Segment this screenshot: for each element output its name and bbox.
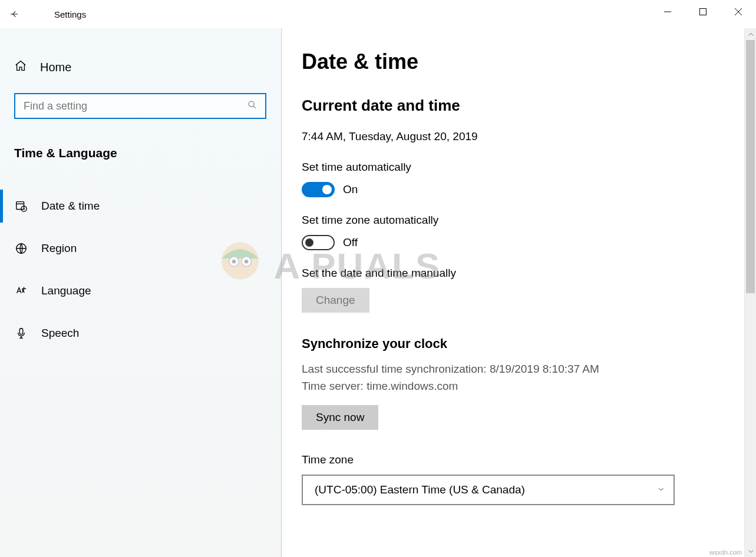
search-wrapper <box>0 93 281 119</box>
calendar-clock-icon <box>14 200 28 213</box>
nav-label: Date & time <box>41 200 100 213</box>
scroll-down-button[interactable] <box>745 545 756 557</box>
nav-region[interactable]: Region <box>0 227 281 270</box>
back-button[interactable] <box>0 0 28 28</box>
minimize-button[interactable] <box>650 0 685 24</box>
sidebar: Home Time & Language Date & time <box>0 28 282 557</box>
sync-heading: Synchronize your clock <box>302 336 736 352</box>
set-tz-auto-state: Off <box>343 236 358 249</box>
current-datetime: 7:44 AM, Tuesday, August 20, 2019 <box>302 130 736 143</box>
search-input[interactable] <box>24 100 247 112</box>
sync-now-button[interactable]: Sync now <box>302 405 378 430</box>
current-heading: Current date and time <box>302 97 736 115</box>
window-controls <box>650 0 756 24</box>
set-tz-auto-toggle[interactable] <box>302 235 335 250</box>
page-title: Date & time <box>302 49 736 74</box>
set-time-auto-label: Set time automatically <box>302 161 736 174</box>
content-area: Home Time & Language Date & time <box>0 28 756 557</box>
sync-info: Last successful time synchronization: 8/… <box>302 361 736 394</box>
svg-rect-10 <box>19 329 23 334</box>
maximize-button[interactable] <box>685 0 721 24</box>
svg-rect-1 <box>700 9 707 15</box>
scroll-thumb[interactable] <box>746 40 755 293</box>
chevron-up-icon <box>748 32 754 37</box>
set-time-auto-row: On <box>302 182 736 197</box>
nav-label: Speech <box>41 327 79 340</box>
time-server-text: Time server: time.windows.com <box>302 378 736 395</box>
microphone-icon <box>14 327 28 340</box>
set-time-auto-toggle[interactable] <box>302 182 335 197</box>
nav-label: Region <box>41 242 77 255</box>
timezone-value: (UTC-05:00) Eastern Time (US & Canada) <box>315 483 525 496</box>
titlebar: Settings <box>0 0 756 28</box>
home-icon <box>14 59 27 75</box>
set-time-auto-state: On <box>343 183 358 196</box>
svg-point-4 <box>249 101 254 107</box>
set-tz-auto-label: Set time zone automatically <box>302 214 736 227</box>
set-tz-auto-row: Off <box>302 235 736 250</box>
close-button[interactable] <box>721 0 756 24</box>
home-nav[interactable]: Home <box>0 52 281 82</box>
nav-date-time[interactable]: Date & time <box>0 185 281 227</box>
maximize-icon <box>699 8 707 15</box>
close-icon <box>735 8 742 15</box>
arrow-left-icon <box>9 9 19 19</box>
svg-line-5 <box>253 106 256 108</box>
home-label: Home <box>40 61 71 74</box>
scroll-up-button[interactable] <box>745 28 756 40</box>
language-icon <box>14 284 28 297</box>
nav-language[interactable]: Language <box>0 270 281 312</box>
chevron-down-icon <box>657 483 665 496</box>
nav-list: Date & time Region Language Speech <box>0 185 281 354</box>
last-sync-text: Last successful time synchronization: 8/… <box>302 361 736 378</box>
window-title: Settings <box>54 9 86 19</box>
search-icon <box>247 100 257 112</box>
nav-label: Language <box>41 284 91 297</box>
section-heading: Time & Language <box>0 146 281 160</box>
nav-speech[interactable]: Speech <box>0 312 281 354</box>
scrollbar[interactable] <box>744 28 756 557</box>
main-panel: Date & time Current date and time 7:44 A… <box>282 28 756 557</box>
chevron-down-icon <box>748 549 754 554</box>
url-watermark: wsxdn.com <box>709 549 742 556</box>
globe-icon <box>14 242 28 255</box>
timezone-dropdown[interactable]: (UTC-05:00) Eastern Time (US & Canada) <box>302 475 675 505</box>
timezone-label: Time zone <box>302 453 736 466</box>
change-button: Change <box>302 288 369 313</box>
search-box[interactable] <box>14 93 266 119</box>
manual-label: Set the date and time manually <box>302 267 736 280</box>
minimize-icon <box>664 8 671 15</box>
svg-rect-6 <box>16 202 24 210</box>
